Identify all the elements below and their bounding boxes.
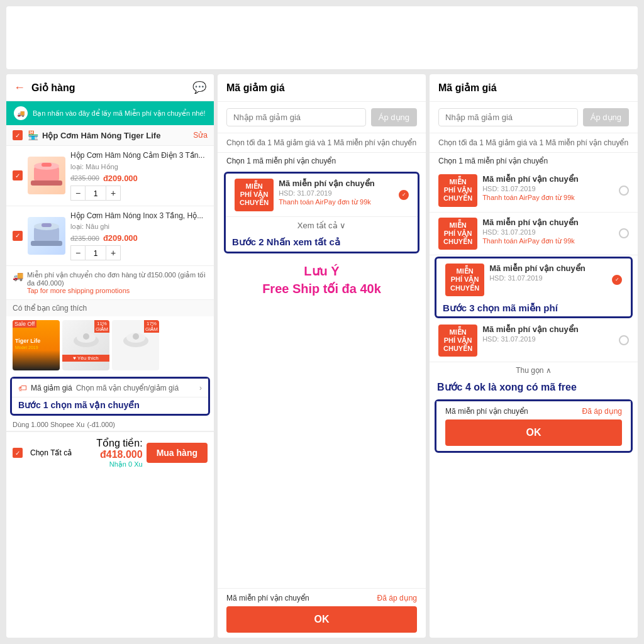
step3-label: Bước 3 chọn mã miễn phí bbox=[436, 301, 631, 316]
step2-label: Bước 2 Nhấn xem tất cả bbox=[226, 234, 418, 252]
buy-button[interactable]: Mua hàng bbox=[147, 443, 208, 463]
xu-row: Dùng 1.000 Shopee Xu (-đ1.000) bbox=[6, 418, 214, 431]
coupon-label: Mã giảm giá bbox=[31, 384, 72, 392]
voucher3-radio-2[interactable] bbox=[619, 218, 629, 250]
voucher3-badge-2: MIỄNPHÍ VẬNCHUYỂN bbox=[438, 218, 477, 250]
mgp3-ok-button[interactable]: OK bbox=[445, 419, 622, 446]
voucher3-radio-4[interactable] bbox=[619, 325, 629, 357]
voucher-title-1: Mã miễn phí vận chuyển bbox=[279, 179, 394, 188]
thumb-item-1[interactable]: Sale Off Tiger Life Model 2019 bbox=[13, 320, 60, 370]
total-section: Tổng tiền: đ418.000 Nhận 0 Xu bbox=[75, 437, 143, 469]
annotation-text: Lưu Ý Free Ship tối đa 40k bbox=[218, 256, 426, 304]
mgp3-bottom: Mã miễn phí vận chuyển Đã áp dụng OK bbox=[436, 401, 631, 451]
voucher-radio-1[interactable]: ✓ bbox=[399, 179, 409, 211]
product1-price-sale: đ209.000 bbox=[103, 174, 138, 183]
product2-name: Hộp Cơm Hâm Nóng Inox 3 Tầng, Hộ... bbox=[70, 211, 208, 221]
voucher3-item-3[interactable]: MIỄNPHÍ VẬNCHUYỂN Mã miễn phí vận chuyển… bbox=[436, 258, 631, 301]
voucher3-info-3: Mã miễn phí vận chuyển HSD: 31.07.2019 bbox=[489, 264, 607, 296]
voucher3-item-2[interactable]: MIỄNPHÍ VẬNCHUYỂN Mã miễn phí vận chuyển… bbox=[430, 213, 638, 256]
coupon-choose-text: Chọn mã vận chuyển/giảm giá bbox=[76, 384, 196, 392]
tap-more-link[interactable]: Tap for more shipping promotions bbox=[27, 287, 130, 294]
svg-rect-7 bbox=[42, 223, 52, 227]
sua-button[interactable]: Sửa bbox=[193, 131, 208, 140]
voucher3-radio-3[interactable]: ✓ bbox=[612, 264, 622, 296]
see-all-text: Xem tất cả ∨ bbox=[297, 221, 346, 230]
voucher3-item-1[interactable]: MIỄNPHÍ VẬNCHUYỂN Mã miễn phí vận chuyển… bbox=[430, 169, 638, 213]
top-spacer bbox=[6, 6, 638, 69]
coupon-section[interactable]: 🏷 Mã giảm giá Chọn mã vận chuyển/giảm gi… bbox=[12, 379, 208, 397]
select-all-label: Chọn Tất cả bbox=[30, 448, 72, 457]
product-item-2: ✓ Hộp Cơm Hâm Nóng Inox 3 Tầng, Hộ... lo… bbox=[6, 206, 214, 267]
mgp2-ap-dung-button[interactable]: Áp dụng bbox=[371, 108, 417, 126]
voucher-condition-1: Thanh toán AirPay đơn từ 99k bbox=[279, 198, 394, 206]
panel-cart: ← Giỏ hàng 💬 🚚 Bạn nhấn vào đây để lấy m… bbox=[6, 74, 214, 638]
step4-wrapper: Mã miễn phí vận chuyển Đã áp dụng OK bbox=[435, 399, 633, 453]
product1-image bbox=[28, 157, 65, 194]
mgp3-header: Mã giảm giá bbox=[430, 74, 638, 102]
thu-gon-row[interactable]: Thu gọn ∧ bbox=[430, 362, 638, 379]
radio-selected-1: ✓ bbox=[399, 190, 409, 200]
mgp2-note: Chọn tối đa 1 Mã giảm giá và 1 Mã miễn p… bbox=[218, 133, 426, 153]
heart-label-2: ♥ Yêu thích bbox=[62, 355, 109, 362]
step3-wrapper: MIỄNPHÍ VẬNCHUYỂN Mã miễn phí vận chuyển… bbox=[435, 257, 633, 318]
mgp3-subheader: Chọn 1 mã miễn phí vận chuyển bbox=[430, 153, 638, 169]
coupon-step1-wrapper: 🏷 Mã giảm giá Chọn mã vận chuyển/giảm gi… bbox=[10, 377, 210, 416]
coupon-arrow-icon: › bbox=[199, 384, 202, 392]
thumb-item-2[interactable]: 11%GIẢM ♥ Yêu thích bbox=[62, 320, 109, 370]
mgp3-applied-title: Mã miễn phí vận chuyển bbox=[445, 407, 528, 416]
product2-checkbox[interactable]: ✓ bbox=[13, 231, 23, 241]
product1-checkbox[interactable]: ✓ bbox=[13, 170, 23, 180]
product1-price-row: đ235.000 đ209.000 bbox=[70, 174, 208, 183]
see-all-row[interactable]: Xem tất cả ∨ bbox=[226, 217, 418, 234]
product2-image bbox=[28, 217, 65, 255]
product1-qty-value[interactable]: 1 bbox=[86, 186, 106, 201]
truck-banner-icon: 🚚 bbox=[14, 106, 28, 120]
thumb-item-3[interactable]: 17%GIẢM bbox=[112, 320, 159, 370]
step2-wrapper: MIỄNPHÍ VẬNCHUYỂN Mã miễn phí vận chuyển… bbox=[224, 172, 419, 253]
mgp2-ok-button[interactable]: OK bbox=[226, 606, 417, 633]
voucher3-hsd-1: HSD: 31.07.2019 bbox=[482, 185, 614, 192]
mgp2-applied-status: Đã áp dụng bbox=[377, 594, 417, 602]
voucher3-title-4: Mã miễn phí vận chuyển bbox=[482, 325, 614, 334]
panel-coupon-2: Mã giảm giá Áp dụng Chọn tối đa 1 Mã giả… bbox=[218, 74, 426, 638]
voucher3-radio-1[interactable] bbox=[619, 174, 629, 207]
chat-icon[interactable]: 💬 bbox=[192, 80, 206, 94]
mgp3-input[interactable] bbox=[438, 108, 578, 126]
product1-qty-plus[interactable]: + bbox=[106, 186, 121, 201]
voucher-hsd-1: HSD: 31.07.2019 bbox=[279, 189, 394, 197]
product1-qty-minus[interactable]: − bbox=[70, 186, 86, 201]
mgp2-input[interactable] bbox=[226, 108, 366, 126]
voucher3-item-4[interactable]: MIỄNPHÍ VẬNCHUYỂN Mã miễn phí vận chuyển… bbox=[430, 319, 638, 363]
product2-price-row: đ235.000 đ209.000 bbox=[70, 233, 208, 243]
mgp2-applied-title: Mã miễn phí vận chuyển bbox=[226, 594, 309, 602]
svg-rect-3 bbox=[42, 163, 52, 167]
shop-row: ✓ 🏪 Hộp Cơm Hâm Nóng Tiger Life Sửa bbox=[6, 125, 214, 146]
voucher3-hsd-4: HSD: 31.07.2019 bbox=[482, 335, 614, 343]
product2-info: Hộp Cơm Hâm Nóng Inox 3 Tầng, Hộ... loại… bbox=[70, 211, 208, 261]
product1-qty-control: − 1 + bbox=[70, 186, 208, 201]
voucher3-hsd-2: HSD: 31.07.2019 bbox=[482, 228, 614, 236]
mgp3-input-row: Áp dụng bbox=[430, 102, 638, 133]
select-all-checkbox[interactable]: ✓ bbox=[13, 448, 23, 458]
total-amount: đ418.000 bbox=[100, 449, 143, 460]
voucher-badge-1: MIỄNPHÍ VẬNCHUYỂN bbox=[235, 179, 274, 211]
free-ship-banner[interactable]: 🚚 Bạn nhấn vào đây để lấy mã Miễn phí vậ… bbox=[6, 101, 214, 125]
shop-name: Hộp Cơm Hâm Nóng Tiger Life bbox=[42, 131, 193, 140]
back-icon[interactable]: ← bbox=[14, 81, 25, 94]
annotation-line1: Lưu Ý bbox=[224, 262, 419, 280]
shop-store-icon: 🏪 bbox=[28, 130, 38, 140]
voucher3-badge-4: MIỄNPHÍ VẬNCHUYỂN bbox=[438, 325, 477, 357]
xu-value: (-đ1.000) bbox=[87, 421, 115, 428]
product2-qty-value[interactable]: 1 bbox=[86, 245, 106, 260]
product2-qty-minus[interactable]: − bbox=[70, 245, 86, 260]
product2-qty-plus[interactable]: + bbox=[106, 245, 121, 260]
product2-qty-control: − 1 + bbox=[70, 245, 208, 260]
product1-info: Hộp Cơm Hâm Nóng Cảm Điện 3 Tần... loại:… bbox=[70, 151, 208, 201]
check-icon: ✓ bbox=[15, 132, 20, 139]
voucher-item-1[interactable]: MIỄNPHÍ VẬNCHUYỂN Mã miễn phí vận chuyển… bbox=[226, 174, 418, 217]
product1-variant: loại: Màu Hồng bbox=[70, 163, 208, 171]
svg-point-13 bbox=[133, 333, 139, 340]
shop-checkbox[interactable]: ✓ bbox=[13, 130, 23, 140]
mgp3-ap-dung-button[interactable]: Áp dụng bbox=[583, 108, 629, 126]
voucher3-hsd-3: HSD: 31.07.2019 bbox=[489, 274, 607, 282]
